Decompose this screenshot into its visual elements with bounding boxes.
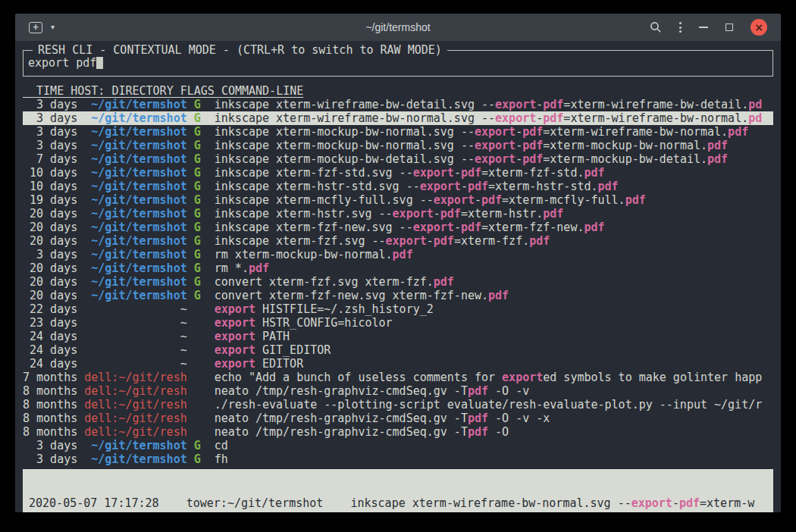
match-highlight: pd xyxy=(748,98,762,111)
row-time: 3 days xyxy=(23,98,77,111)
row-command: inkscape xterm-mcfly-full.svg --export-p… xyxy=(215,193,773,207)
match-highlight: pdf xyxy=(461,221,481,234)
row-host-directory: ~/git/termshot xyxy=(84,234,186,248)
row-command: rm xterm-mockup-bw-normal.pdf xyxy=(215,248,773,261)
minimize-icon[interactable] xyxy=(699,27,708,28)
match-highlight: pdf xyxy=(481,193,502,207)
row-command: neato /tmp/resh-graphviz-cmdSeq.gv -Tpdf… xyxy=(215,384,773,398)
row-time: 20 days xyxy=(23,207,77,221)
row-command: inkscape xterm-mockup-bw-normal.svg --ex… xyxy=(215,125,773,139)
chevron-down-icon[interactable]: ▾ xyxy=(51,23,55,31)
plus-icon: + xyxy=(33,23,38,32)
row-flags xyxy=(194,371,201,384)
row-command: export GIT_EDITOR xyxy=(215,343,773,357)
search-input[interactable]: export pdf xyxy=(28,56,96,70)
match-highlight: pdf xyxy=(461,166,481,180)
row-host-directory: ~/git/termshot xyxy=(84,275,186,289)
close-icon[interactable]: × xyxy=(751,19,767,36)
match-highlight: pdf xyxy=(543,98,563,111)
row-host-directory: ~/git/termshot xyxy=(84,439,186,452)
table-row[interactable]: 24 days~export PATH xyxy=(23,330,773,343)
row-command: echo "Add a bunch of useless comments fo… xyxy=(215,371,773,384)
row-host-directory: ~/git/termshot xyxy=(84,261,186,275)
row-time: 22 days xyxy=(23,302,77,316)
search-icon[interactable] xyxy=(650,21,662,33)
table-row[interactable]: 3 days~/git/termshotGinkscape xterm-mock… xyxy=(23,139,773,152)
row-command: export HSTR_CONFIG=hicolor xyxy=(215,316,773,330)
table-row[interactable]: 8 monthsdell:~/git/reshneato /tmp/resh-g… xyxy=(23,412,773,425)
match-highlight: export xyxy=(475,125,516,139)
table-row[interactable]: 20 days~/git/termshotGconvert xterm-fzf.… xyxy=(23,275,773,289)
row-flags xyxy=(194,343,201,357)
row-flags: G xyxy=(194,152,201,166)
table-row[interactable]: 20 days~/git/termshotGinkscape xterm-fzf… xyxy=(23,221,773,234)
table-row[interactable]: 7 monthsdell:~/git/reshecho "Add a bunch… xyxy=(23,371,773,384)
table-row[interactable]: 3 days~/git/termshotGcd xyxy=(23,439,773,452)
row-host-directory: ~/git/termshot xyxy=(84,289,186,302)
table-row[interactable]: 24 days~export GIT_EDITOR xyxy=(23,343,773,357)
row-host-directory: dell:~/git/resh xyxy=(84,371,186,384)
table-row[interactable]: 3 days~/git/termshotGrm xterm-mockup-bw-… xyxy=(23,248,773,261)
new-tab-button[interactable]: + xyxy=(29,22,42,33)
row-time: 20 days xyxy=(23,261,77,275)
selected-detail: 2020-05-07 17:17:28 tower:~/git/termshot… xyxy=(23,469,773,512)
row-flags xyxy=(194,425,201,439)
row-host-directory: ~/git/termshot xyxy=(84,180,186,193)
restore-icon[interactable] xyxy=(725,23,733,31)
match-highlight: export xyxy=(475,152,516,166)
row-flags: G xyxy=(194,234,201,248)
table-row[interactable]: 3 days~/git/termshotGfh xyxy=(23,452,773,466)
search-box-title: RESH CLI - CONTEXTUAL MODE - (CTRL+R to … xyxy=(33,43,447,57)
row-flags: G xyxy=(194,166,201,180)
history-rows: 3 days~/git/termshotGinkscape xterm-wire… xyxy=(15,98,781,466)
row-host-directory: dell:~/git/resh xyxy=(84,412,186,425)
row-time: 8 months xyxy=(23,425,77,439)
row-host-directory: ~/git/termshot xyxy=(84,193,186,207)
row-command: inkscape xterm-mockup-bw-detail.svg --ex… xyxy=(215,152,773,166)
table-row[interactable]: 8 monthsdell:~/git/reshneato /tmp/resh-g… xyxy=(23,384,773,398)
table-row[interactable]: 8 monthsdell:~/git/resh./resh-evaluate -… xyxy=(23,398,773,412)
match-highlight: pdf xyxy=(434,275,454,289)
match-highlight: pdf xyxy=(598,180,619,193)
table-row[interactable]: 7 days~/git/termshotGinkscape xterm-mock… xyxy=(23,152,773,166)
row-host-directory: ~ xyxy=(84,316,186,330)
table-row[interactable]: 20 days~/git/termshotGconvert xterm-fzf-… xyxy=(23,289,773,302)
table-row[interactable]: 22 days~export HISTFILE=~/.zsh_history_2 xyxy=(23,302,773,316)
match-highlight: pdf xyxy=(584,166,604,180)
table-header: TIME HOST: DIRECTORY FLAGS COMMAND-LINE xyxy=(23,84,773,98)
row-flags: G xyxy=(194,180,201,193)
row-flags xyxy=(194,316,201,330)
match-highlight: export xyxy=(215,330,255,343)
row-flags xyxy=(194,357,201,371)
match-highlight: export xyxy=(631,496,672,510)
match-highlight: export xyxy=(393,207,434,221)
row-time: 3 days xyxy=(23,248,77,261)
menu-icon[interactable] xyxy=(679,22,682,33)
terminal-window: + ▾ ~/git/termshot × RESH CLI - CONTEXTU… xyxy=(15,14,781,512)
table-row[interactable]: 20 days~/git/termshotGrm *.pdf xyxy=(23,261,773,275)
match-highlight: export xyxy=(495,111,536,125)
table-row[interactable]: 20 days~/git/termshotGinkscape xterm-hst… xyxy=(23,207,773,221)
row-time: 20 days xyxy=(23,275,77,289)
row-command: export EDITOR xyxy=(215,357,773,371)
match-highlight: pdf xyxy=(707,152,728,166)
table-row[interactable]: 20 days~/git/termshotGinkscape xterm-fzf… xyxy=(23,234,773,248)
match-highlight: export xyxy=(215,316,255,330)
table-row[interactable]: 3 days~/git/termshotGinkscape xterm-wire… xyxy=(23,111,773,125)
table-row[interactable]: 10 days~/git/termshotGinkscape xterm-hst… xyxy=(23,180,773,193)
row-flags: G xyxy=(194,261,201,275)
match-highlight: export xyxy=(502,371,543,384)
detail-line-1: 2020-05-07 17:17:28 tower:~/git/termshot… xyxy=(29,496,767,510)
table-row[interactable]: 3 days~/git/termshotGinkscape xterm-wire… xyxy=(23,98,773,111)
match-highlight: pdf xyxy=(543,207,563,221)
table-row[interactable]: 19 days~/git/termshotGinkscape xterm-mcf… xyxy=(23,193,773,207)
row-flags: G xyxy=(194,439,201,452)
table-row[interactable]: 8 monthsdell:~/git/reshneato /tmp/resh-g… xyxy=(23,425,773,439)
search-box[interactable]: RESH CLI - CONTEXTUAL MODE - (CTRL+R to … xyxy=(23,50,773,77)
row-flags: G xyxy=(194,275,201,289)
table-row[interactable]: 3 days~/git/termshotGinkscape xterm-mock… xyxy=(23,125,773,139)
table-row[interactable]: 23 days~export HSTR_CONFIG=hicolor xyxy=(23,316,773,330)
table-row[interactable]: 24 days~export EDITOR xyxy=(23,357,773,371)
row-time: 20 days xyxy=(23,221,77,234)
table-row[interactable]: 10 days~/git/termshotGinkscape xterm-fzf… xyxy=(23,166,773,180)
